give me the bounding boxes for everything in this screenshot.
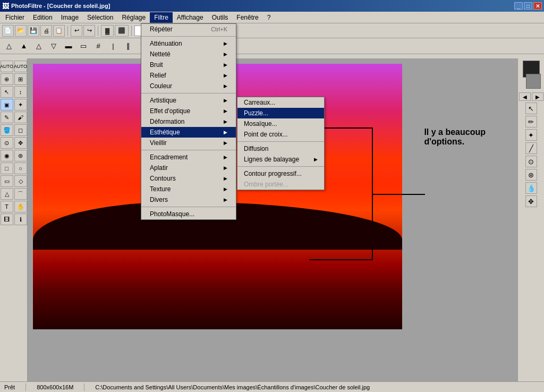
status-bar: Prêt 800x600x16M C:\Documents and Settin… xyxy=(0,381,544,392)
sharpen-tool[interactable]: ⊛ xyxy=(14,150,27,161)
hand-tool[interactable]: ✋ xyxy=(14,201,27,212)
close-button[interactable]: ✕ xyxy=(533,2,542,10)
redo-button[interactable]: ↪ xyxy=(83,25,95,37)
maximize-button[interactable]: □ xyxy=(524,2,532,10)
wand-tool[interactable]: ✦ xyxy=(14,99,27,110)
new-button[interactable]: 📄 xyxy=(2,25,14,37)
clone-tool[interactable]: ⊙ xyxy=(1,137,13,149)
tool-row-12: T ✋ xyxy=(1,201,27,212)
paste-button[interactable]: ⬛ xyxy=(115,25,129,37)
submenu-puzzle[interactable]: Puzzle... xyxy=(237,108,324,118)
menu-attenuation[interactable]: Atténuation xyxy=(141,38,236,49)
brush-tool[interactable]: 🖌 xyxy=(14,112,27,123)
move-tool[interactable]: ⊞ xyxy=(14,73,27,85)
menu-esthetique[interactable]: Esthétique xyxy=(141,127,236,138)
drop-tool[interactable]: 💧 xyxy=(525,182,537,194)
auto-tool-2[interactable]: AUTO xyxy=(14,61,27,72)
open-button[interactable]: 📂 xyxy=(15,25,27,37)
marquee-tool[interactable]: ⊕ xyxy=(1,73,13,85)
menu-repeter[interactable]: Répéter Ctrl+K xyxy=(141,24,236,35)
film-tool[interactable]: 🎞 xyxy=(1,214,13,225)
menu-edition[interactable]: Edition xyxy=(29,12,57,23)
save-button[interactable]: 💾 xyxy=(28,25,39,37)
rounded-rect-tool[interactable]: ▭ xyxy=(1,175,13,187)
submenu-carreaux[interactable]: Carreaux... xyxy=(237,97,324,108)
freeform-tool[interactable]: ⌒ xyxy=(14,188,27,200)
clone-right-tool[interactable]: ⊙ xyxy=(525,156,537,167)
cut-button[interactable]: ▓ xyxy=(101,25,114,37)
repeter-label: Répéter xyxy=(150,25,173,33)
menu-fichier[interactable]: Fichier xyxy=(1,12,29,23)
menu-outils[interactable]: Outils xyxy=(208,12,233,23)
grid-button[interactable]: # xyxy=(91,40,105,53)
menu-photomasque[interactable]: PhotoMasque... xyxy=(141,209,236,219)
triangle2-button[interactable]: ▲ xyxy=(17,40,31,53)
fill-tool[interactable]: 🪣 xyxy=(1,124,13,136)
menu-help[interactable]: ? xyxy=(263,12,275,23)
background-color[interactable] xyxy=(526,74,541,89)
menu-fenetre[interactable]: Fenêtre xyxy=(232,12,262,23)
undo-button[interactable]: ↩ xyxy=(71,25,82,37)
menu-reglage[interactable]: Réglage xyxy=(117,12,150,23)
submenu-mosaique[interactable]: Mosaïque... xyxy=(237,118,324,129)
triangle3-button[interactable]: △ xyxy=(32,40,46,53)
select-tool[interactable]: ▣ xyxy=(1,99,13,110)
triangle4-button[interactable]: ▽ xyxy=(47,40,61,53)
wand-right-tool[interactable]: ✦ xyxy=(525,129,537,141)
heal-tool[interactable]: ✥ xyxy=(14,137,27,149)
menu-aplatir[interactable]: Aplatir xyxy=(141,163,236,173)
menu-texture[interactable]: Texture xyxy=(141,184,236,194)
pipe1-button[interactable]: | xyxy=(106,40,120,53)
menu-couleur[interactable]: Couleur xyxy=(141,81,236,91)
pencil-right-tool[interactable]: ✏ xyxy=(525,116,537,127)
rect-select-tool[interactable]: □ xyxy=(1,163,13,174)
menu-effet-optique[interactable]: Effet d'optique xyxy=(141,106,236,116)
print-button[interactable]: 🖨 xyxy=(40,25,52,37)
menu-vieillir[interactable]: Vieillir xyxy=(141,138,236,148)
lasso-tool[interactable]: ↖ xyxy=(1,86,13,98)
attenuation-label: Atténuation xyxy=(150,40,182,47)
menu-divers[interactable]: Divers xyxy=(141,194,236,205)
menu-artistique[interactable]: Artistique xyxy=(141,95,236,106)
pencil-tool[interactable]: ✎ xyxy=(1,112,13,123)
menu-nettete[interactable]: Netteté xyxy=(141,49,236,59)
menu-encadrement[interactable]: Encadrement xyxy=(141,152,236,163)
submenu-point-croix[interactable]: Point de croix... xyxy=(237,129,324,140)
auto-tool-1[interactable]: AUTO xyxy=(1,61,13,72)
menu-affichage[interactable]: Affichage xyxy=(173,12,208,23)
diamond-tool[interactable]: ◇ xyxy=(14,175,27,187)
info-tool[interactable]: ℹ xyxy=(14,214,27,225)
nav-right-button[interactable]: ▶ xyxy=(532,92,543,101)
eraser-tool[interactable]: ◻ xyxy=(14,124,27,136)
triangle1-button[interactable]: △ xyxy=(2,40,16,53)
menu-bruit[interactable]: Bruit xyxy=(141,59,236,70)
menu-image[interactable]: Image xyxy=(57,12,83,23)
smudge-tool[interactable]: ⊛ xyxy=(525,169,537,181)
text-tool[interactable]: T xyxy=(1,201,13,212)
submenu-diffusion[interactable]: Diffusion xyxy=(237,143,324,154)
crop-tool[interactable]: ↕ xyxy=(14,86,27,98)
triangle-tool[interactable]: △ xyxy=(1,188,13,200)
cursor-tool[interactable]: ↖ xyxy=(525,103,537,114)
nav-left-button[interactable]: ◀ xyxy=(519,92,531,101)
annotation-text: Il y a beaucoup d'options. xyxy=(424,127,486,147)
menu-filtre[interactable]: Filtre xyxy=(150,12,173,23)
stamp-tool[interactable]: ✥ xyxy=(525,195,537,207)
rect1-button[interactable]: ▬ xyxy=(62,40,75,53)
menu-contours[interactable]: Contours xyxy=(141,173,236,184)
title-bar: 🖼 PhotoFiltre - [Coucher de soleil.jpg] … xyxy=(0,0,544,12)
submenu-ombre-portee[interactable]: Ombre portée... xyxy=(237,179,324,190)
brush-right-tool[interactable]: ╱ xyxy=(525,142,537,154)
relief-label: Relief xyxy=(150,72,166,79)
copy-button[interactable]: 📋 xyxy=(53,25,65,37)
blur-tool[interactable]: ◉ xyxy=(1,150,13,161)
submenu-lignes-balayage[interactable]: Lignes de balayage ▶ xyxy=(237,154,324,165)
menu-selection[interactable]: Sélection xyxy=(83,12,117,23)
submenu-contour-progressif[interactable]: Contour progressif... xyxy=(237,168,324,179)
menu-relief[interactable]: Relief xyxy=(141,70,236,81)
minimize-button[interactable]: _ xyxy=(514,2,523,10)
rect2-button[interactable]: ▭ xyxy=(76,40,90,53)
menu-deformation[interactable]: Déformation xyxy=(141,116,236,127)
pipe2-button[interactable]: ‖ xyxy=(121,40,135,53)
ellipse-tool[interactable]: ○ xyxy=(14,163,27,174)
